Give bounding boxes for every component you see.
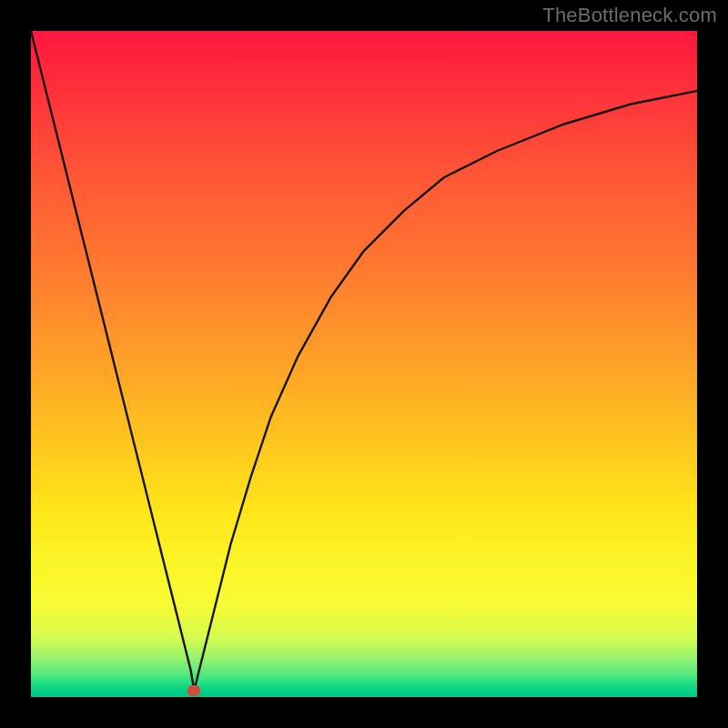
bottleneck-curve: [31, 31, 697, 697]
watermark-text: TheBottleneck.com: [542, 4, 717, 27]
optimal-point-marker: [187, 685, 200, 696]
plot-area: [31, 31, 697, 697]
chart-frame: TheBottleneck.com: [0, 0, 728, 728]
